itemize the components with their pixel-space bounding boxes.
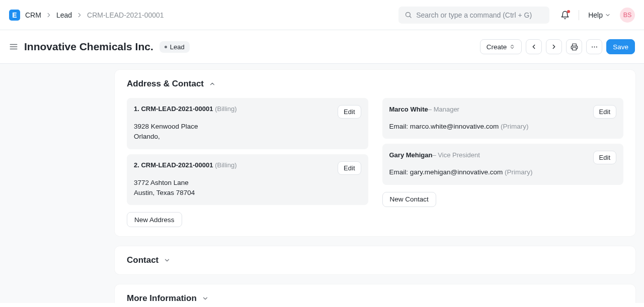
panel-header-more-info[interactable]: More Information: [115, 284, 635, 303]
select-icon: [509, 44, 515, 50]
breadcrumb-item-current[interactable]: CRM-LEAD-2021-00001: [87, 11, 164, 19]
primary-badge: (Primary): [505, 168, 533, 176]
contact-role: – Vice President: [432, 151, 479, 159]
panel-header-address-contact[interactable]: Address & Contact: [115, 70, 635, 98]
top-bar: E CRM Lead CRM-LEAD-2021-00001 Help BS: [0, 0, 644, 30]
breadcrumb-item-lead[interactable]: Lead: [56, 11, 72, 19]
new-address-button[interactable]: New Address: [127, 212, 182, 227]
chevron-down-icon: [605, 12, 611, 18]
edit-contact-button[interactable]: Edit: [593, 151, 616, 164]
chevron-right-icon: [550, 43, 557, 50]
svg-line-1: [410, 16, 412, 18]
address-title: 1. CRM-LEAD-2021-00001 (Billing): [134, 105, 237, 113]
page-header: Innovative Chemicals Inc. Lead Create Sa…: [0, 30, 644, 64]
address-body: 3928 Kenwood Place Orlando,: [134, 122, 361, 142]
edit-address-button[interactable]: Edit: [338, 161, 361, 175]
chevron-left-icon: [530, 43, 537, 50]
addresses-column: 1. CRM-LEAD-2021-00001 (Billing) Edit 39…: [127, 98, 368, 227]
email-label: Email:: [389, 123, 410, 130]
app-logo[interactable]: E: [9, 10, 20, 21]
address-line1: 3928 Kenwood Place: [134, 122, 361, 132]
search-icon: [405, 11, 412, 19]
menu-icon: [9, 42, 18, 51]
divider: [579, 10, 579, 20]
address-card: 2. CRM-LEAD-2021-00001 (Billing) Edit 37…: [127, 154, 368, 206]
chevron-down-icon: [164, 257, 171, 264]
contact-role: – Manager: [428, 106, 459, 113]
status-label: Lead: [170, 43, 185, 51]
breadcrumb-item-crm[interactable]: CRM: [25, 11, 41, 19]
more-button[interactable]: [586, 39, 602, 54]
svg-point-6: [592, 46, 593, 47]
next-button[interactable]: [546, 39, 562, 54]
page-actions: Create Save: [480, 39, 635, 54]
address-line2: Austin, Texas 78704: [134, 188, 361, 198]
contacts-column: Marco White– Manager Edit Email: marco.w…: [382, 98, 624, 227]
panel-title: Contact: [127, 255, 158, 265]
create-label: Create: [487, 43, 507, 51]
panel-more-info: More Information: [115, 284, 635, 303]
panel-title: Address & Contact: [127, 79, 204, 89]
panel-title: More Information: [127, 293, 197, 303]
help-menu[interactable]: Help: [588, 11, 611, 19]
svg-point-8: [596, 46, 597, 47]
content-area: Address & Contact 1. CRM-LEAD-2021-00001…: [0, 64, 644, 303]
create-button[interactable]: Create: [480, 39, 522, 54]
search-input[interactable]: [416, 11, 543, 19]
address-body: 3772 Ashton Lane Austin, Texas 78704: [134, 178, 361, 198]
search-bar[interactable]: [398, 7, 549, 24]
edit-contact-button[interactable]: Edit: [593, 105, 616, 119]
chevron-up-icon: [209, 80, 216, 87]
print-button[interactable]: [566, 39, 582, 54]
contact-name: Gary Mehigan: [389, 151, 433, 159]
more-horizontal-icon: [591, 43, 598, 51]
panel-contact: Contact: [115, 246, 635, 274]
contact-header: Marco White– Manager: [389, 105, 459, 113]
edit-address-button[interactable]: Edit: [338, 105, 361, 119]
save-label: Save: [613, 43, 628, 51]
sidebar-toggle[interactable]: [9, 42, 18, 51]
address-line1: 3772 Ashton Lane: [134, 178, 361, 188]
contact-name: Marco White: [389, 106, 428, 113]
breadcrumb: CRM Lead CRM-LEAD-2021-00001: [25, 11, 164, 19]
help-label: Help: [588, 11, 603, 19]
panel-body: 1. CRM-LEAD-2021-00001 (Billing) Edit 39…: [115, 98, 635, 227]
status-badge[interactable]: Lead: [159, 41, 190, 53]
chevron-down-icon: [202, 295, 209, 302]
address-card: 1. CRM-LEAD-2021-00001 (Billing) Edit 39…: [127, 98, 368, 149]
contact-body: Email: marco.white@innovative.com (Prima…: [389, 122, 617, 132]
notifications-button[interactable]: [560, 11, 570, 20]
chevron-right-icon: [76, 12, 83, 19]
panel-header-contact[interactable]: Contact: [115, 246, 635, 274]
contact-header: Gary Mehigan– Vice President: [389, 151, 480, 159]
status-dot: [165, 46, 167, 48]
new-contact-button[interactable]: New Contact: [382, 192, 436, 207]
contact-card: Gary Mehigan– Vice President Edit Email:…: [382, 144, 624, 184]
save-button[interactable]: Save: [606, 39, 635, 54]
avatar[interactable]: BS: [620, 8, 635, 23]
chevron-right-icon: [45, 12, 52, 19]
contact-card: Marco White– Manager Edit Email: marco.w…: [382, 98, 624, 139]
page-title: Innovative Chemicals Inc.: [24, 41, 153, 53]
primary-badge: (Primary): [501, 123, 529, 130]
contact-email: marco.white@innovative.com: [410, 123, 499, 130]
address-line2: Orlando,: [134, 132, 361, 142]
contact-email: gary.mehigan@innovative.com: [410, 168, 503, 176]
prev-button[interactable]: [526, 39, 542, 54]
top-right-controls: Help BS: [560, 8, 635, 23]
address-title: 2. CRM-LEAD-2021-00001 (Billing): [134, 161, 237, 169]
contact-body: Email: gary.mehigan@innovative.com (Prim…: [389, 167, 617, 177]
printer-icon: [571, 43, 578, 51]
notification-dot: [567, 10, 570, 13]
email-label: Email:: [389, 168, 410, 176]
panel-address-contact: Address & Contact 1. CRM-LEAD-2021-00001…: [115, 70, 635, 236]
svg-point-7: [594, 46, 595, 47]
svg-rect-5: [572, 47, 576, 50]
